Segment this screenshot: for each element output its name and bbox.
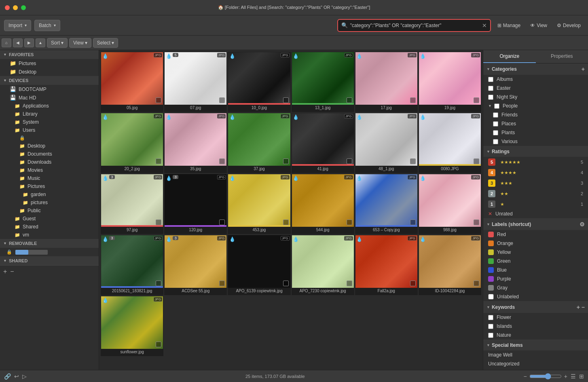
rating-2[interactable]: 2 ★★ 2	[483, 188, 588, 199]
sidebar-item-desktop2[interactable]: 📁 Desktop	[0, 142, 99, 150]
develop-button[interactable]: ⚙ Develop	[554, 21, 584, 30]
add-keyword-icon[interactable]: +	[577, 304, 580, 310]
sidebar-item-public[interactable]: 📁 Public	[0, 207, 99, 215]
category-albums[interactable]: Albums	[483, 75, 588, 84]
flower-checkbox[interactable]	[488, 315, 493, 320]
label-red[interactable]: Red	[483, 230, 588, 239]
photo-cell[interactable]: 💧JPGsunflower.jpg	[101, 296, 163, 356]
grid-view-button[interactable]: ⊞	[579, 373, 584, 380]
sidebar-item-garden[interactable]: 📁 garden	[0, 190, 99, 198]
sidebar-item-system[interactable]: 📁 System	[0, 118, 99, 126]
category-plants[interactable]: Plants	[483, 128, 588, 137]
photo-cell[interactable]: 💧3JPGACDSee 55.jpg	[164, 235, 227, 295]
places-checkbox[interactable]	[493, 121, 498, 127]
label-gray[interactable]: Gray	[483, 283, 588, 292]
photo-select-checkbox[interactable]	[474, 158, 479, 164]
home-button[interactable]: ⌂	[2, 38, 11, 47]
label-unlabeled[interactable]: Unlabeled	[483, 292, 588, 301]
photo-select-checkbox[interactable]	[156, 281, 161, 286]
photo-cell[interactable]: 💧JPG37.jpg	[228, 113, 290, 173]
sidebar-item-users[interactable]: 📁 Users	[0, 126, 99, 134]
photo-cell[interactable]: 💧JPG10_0.jpg	[228, 52, 290, 112]
batch-button[interactable]: Batch	[34, 20, 60, 31]
close-button[interactable]	[5, 5, 10, 10]
play-icon[interactable]: ▷	[22, 373, 27, 380]
special-uncategorized[interactable]: Uncategorized	[483, 359, 588, 368]
category-people[interactable]: ▼ People	[483, 101, 588, 110]
photo-cell[interactable]: 💧JPG13_1.jpg	[292, 52, 354, 112]
add-category-icon[interactable]: +	[582, 66, 585, 72]
favorites-section[interactable]: ▼ FAVORITES	[0, 50, 99, 59]
easter-checkbox[interactable]	[488, 86, 493, 91]
photo-cell[interactable]: 💧JPG05.jpg	[101, 52, 163, 112]
sidebar-item-vm[interactable]: 📁 vm	[0, 231, 99, 239]
keywords-header[interactable]: ▼ Keywords + −	[483, 302, 588, 313]
photo-select-checkbox[interactable]	[283, 158, 289, 164]
labels-header[interactable]: ▼ Labels (shortcut) ⚙	[483, 219, 588, 230]
shared-section[interactable]: ▼ SHARED	[0, 256, 99, 265]
link-icon[interactable]: 🔗	[4, 373, 11, 380]
keyword-islands[interactable]: Islands	[483, 322, 588, 331]
import-button[interactable]: Import	[4, 20, 31, 31]
sidebar-item-lock[interactable]: 🔒	[0, 134, 99, 142]
select-button[interactable]: Select ▾	[93, 38, 118, 48]
special-items-header[interactable]: ▼ Special Items	[483, 340, 588, 350]
label-blue[interactable]: Blue	[483, 266, 588, 274]
photo-cell[interactable]: 💧JPG35.jpg	[164, 113, 227, 173]
sidebar-item-documents[interactable]: 📁 Documents	[0, 150, 99, 158]
sidebar-item-pictures2[interactable]: 📁 Pictures	[0, 182, 99, 190]
photo-select-checkbox[interactable]	[474, 281, 479, 286]
category-various[interactable]: Various	[483, 137, 588, 146]
rating-1[interactable]: 1 ★ 1	[483, 199, 588, 209]
sidebar-item-desktop[interactable]: 📁 Desktop	[0, 68, 99, 76]
back-icon[interactable]: ↩	[14, 373, 19, 380]
photo-select-checkbox[interactable]	[283, 219, 289, 225]
rating-3[interactable]: 3 ★★★ 3	[483, 178, 588, 188]
photo-select-checkbox[interactable]	[219, 281, 225, 286]
photo-cell[interactable]: 💧JPGAPO_7230 copiewtmk.jpg	[292, 235, 354, 295]
photo-select-checkbox[interactable]	[410, 158, 416, 164]
photo-select-checkbox[interactable]	[474, 97, 479, 103]
category-easter[interactable]: Easter	[483, 84, 588, 93]
photo-select-checkbox[interactable]	[410, 219, 416, 225]
sidebar-item-music[interactable]: 📁 Music	[0, 174, 99, 182]
photo-cell[interactable]: 💧3JPG97.jpg	[101, 174, 163, 234]
photo-cell[interactable]: 💧JPG48_1.jpg	[355, 113, 418, 173]
photo-select-checkbox[interactable]	[219, 219, 225, 225]
plants-checkbox[interactable]	[493, 130, 498, 135]
view-button[interactable]: 👁 View	[527, 21, 550, 30]
photo-select-checkbox[interactable]	[219, 158, 225, 164]
photo-cell[interactable]: 💧JPG20_2.jpg	[101, 113, 163, 173]
zoom-out-button[interactable]: −	[524, 373, 527, 380]
sidebar-item-machd[interactable]: 💾 Mac HD	[0, 93, 99, 102]
photo-cell[interactable]: 💧JPG17.jpg	[355, 52, 418, 112]
nature-checkbox[interactable]	[488, 333, 493, 338]
sidebar-item-bootcamp[interactable]: 💾 BOOTCAMP	[0, 85, 99, 93]
keyword-flower[interactable]: Flower	[483, 313, 588, 322]
photo-select-checkbox[interactable]	[219, 97, 225, 103]
categories-header[interactable]: ▼ Categories +	[483, 63, 588, 75]
label-orange[interactable]: Orange	[483, 239, 588, 248]
remove-keyword-icon[interactable]: −	[582, 304, 585, 310]
rating-4[interactable]: 4 ★★★★ 4	[483, 167, 588, 178]
photo-select-checkbox[interactable]	[156, 97, 161, 103]
ratings-header[interactable]: ▼ Ratings	[483, 146, 588, 157]
search-input[interactable]	[350, 23, 480, 28]
label-yellow[interactable]: Yellow	[483, 248, 588, 257]
tab-properties[interactable]: Properties	[536, 50, 588, 63]
labels-settings-icon[interactable]: ⚙	[580, 221, 585, 228]
sidebar-item-applications[interactable]: 📁 Applications	[0, 102, 99, 110]
photo-select-checkbox[interactable]	[410, 97, 416, 103]
photo-select-checkbox[interactable]	[347, 281, 352, 286]
special-imagewell[interactable]: Image Well	[483, 350, 588, 359]
photo-select-checkbox[interactable]	[474, 219, 479, 225]
friends-checkbox[interactable]	[493, 112, 498, 118]
clear-search-icon[interactable]: ✕	[482, 22, 487, 29]
photo-cell[interactable]: 💧3JPG20150621_183821.jpg	[101, 235, 163, 295]
sidebar-item-library[interactable]: 📁 Library	[0, 110, 99, 118]
photo-cell[interactable]: 💧5JPG07.jpg	[164, 52, 227, 112]
devices-section[interactable]: ▼ DEVICES	[0, 76, 99, 85]
up-button[interactable]: ▲	[36, 38, 45, 47]
fullscreen-button[interactable]	[21, 5, 26, 10]
photo-select-checkbox[interactable]	[347, 219, 352, 225]
